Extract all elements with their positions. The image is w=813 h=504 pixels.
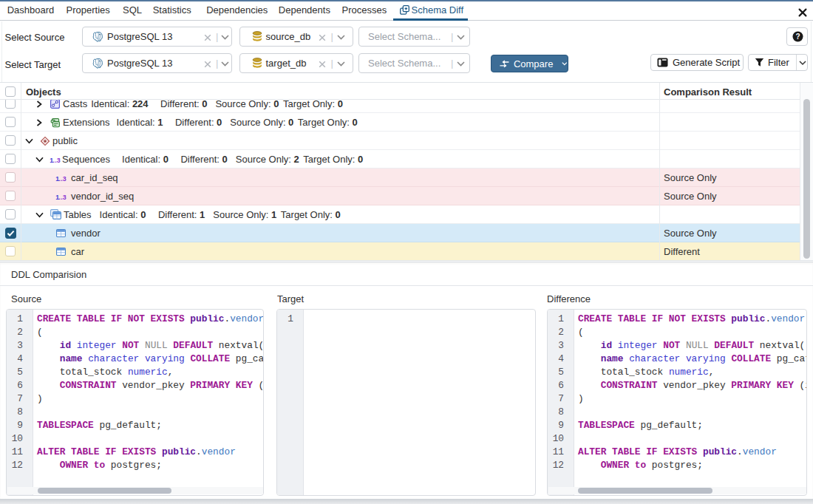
svg-text:3: 3 — [63, 175, 67, 183]
svg-text:?: ? — [795, 33, 800, 41]
svg-text:3: 3 — [63, 194, 67, 201]
svg-text:3: 3 — [57, 157, 61, 164]
